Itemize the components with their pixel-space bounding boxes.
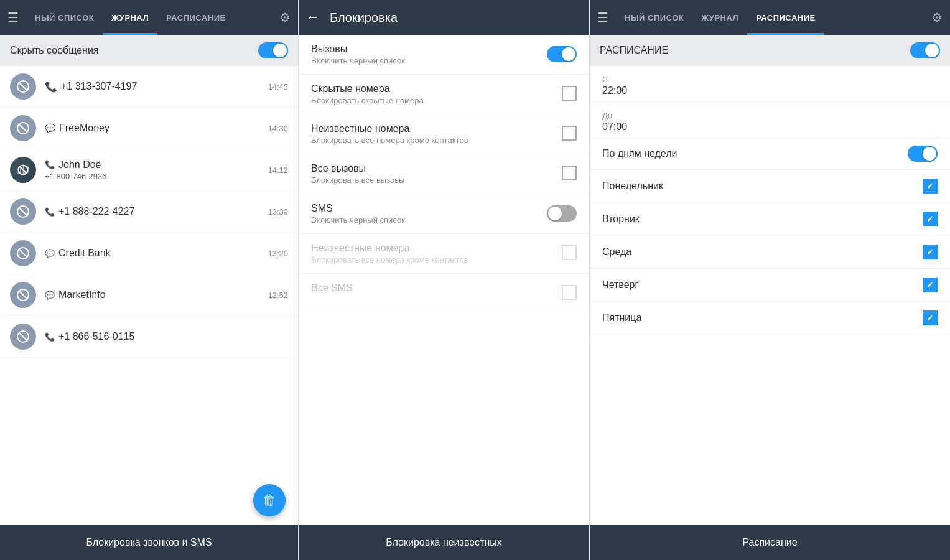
item-sub: +1 800-746-2936 (45, 172, 268, 181)
phone-icon: 📞 (45, 160, 55, 169)
menu-icon-right[interactable]: ☰ (597, 10, 608, 25)
blocked-list: 📞 +1 313-307-4197 14:45 💬 FreeMoney 14:3… (0, 66, 298, 525)
tuesday-checkbox[interactable]: ✓ (923, 212, 938, 226)
schedule-bar: РАСПИСАНИЕ (590, 35, 950, 66)
all-calls-row: Все вызовы Блокировать все вызовы (299, 154, 589, 194)
panel-right: ☰ НЫЙ СПИСОК ЖУРНАЛ РАСПИСАНИЕ ⚙ РАСПИСА… (590, 0, 950, 560)
bottom-bar-left: Блокировка звонков и SMS (0, 525, 298, 560)
bottom-label-right: Расписание (742, 537, 797, 548)
day-row-mon[interactable]: Понедельник ✓ (590, 170, 950, 203)
list-item[interactable]: JD 📞 John Doe +1 800-746-2936 14:12 (0, 149, 298, 191)
unknown-numbers-row: Неизвестные номера Блокировать все номер… (299, 114, 589, 154)
all-sms-checkbox (562, 285, 577, 300)
page-title-middle: Блокировка (330, 11, 398, 25)
blocking-settings: Вызовы Включить черный список Скрытые но… (299, 35, 589, 525)
list-item[interactable]: 💬 MarketInfo 12:52 (0, 274, 298, 316)
list-item[interactable]: 📞 +1 888-222-4227 13:39 (0, 191, 298, 233)
day-row-thu[interactable]: Четверг ✓ (590, 269, 950, 302)
item-content: 📞 +1 866-516-0115 (45, 331, 288, 342)
unknown-sms-sub: Блокировать все номера кроме контактов (311, 255, 554, 264)
item-time: 14:12 (268, 166, 288, 175)
tab-black-list[interactable]: НЫЙ СПИСОК (26, 0, 103, 35)
item-time: 13:39 (268, 207, 288, 217)
block-icon (10, 73, 36, 100)
to-section[interactable]: До 07:00 (590, 102, 950, 138)
item-content: 📞 John Doe +1 800-746-2936 (45, 159, 268, 181)
all-calls-checkbox[interactable] (562, 166, 577, 180)
tabs-right: НЫЙ СПИСОК ЖУРНАЛ РАСПИСАНИЕ (616, 0, 926, 35)
item-time: 12:52 (268, 291, 288, 300)
wednesday-checkbox[interactable]: ✓ (923, 245, 938, 259)
all-calls-sub: Блокировать все вызовы (311, 175, 554, 185)
svg-line-13 (19, 332, 27, 341)
by-days-toggle[interactable] (908, 146, 938, 162)
bottom-label-left: Блокировка звонков и SMS (86, 537, 212, 548)
day-tuesday: Вторник (602, 213, 640, 225)
sms-icon: 💬 (45, 123, 55, 133)
schedule-label: РАСПИСАНИЕ (600, 45, 668, 56)
topbar-middle: ← Блокировка (299, 0, 589, 35)
bottom-bar-middle: Блокировка неизвестных (299, 525, 589, 560)
phone-icon: 📞 (45, 81, 57, 93)
item-name: 📞 +1 313-307-4197 (45, 81, 268, 93)
hidden-numbers-checkbox[interactable] (562, 86, 577, 101)
calls-toggle[interactable] (547, 46, 577, 62)
calls-sub: Включить черный список (311, 56, 539, 65)
hide-messages-bar: Скрыть сообщения (0, 35, 298, 66)
day-wednesday: Среда (602, 246, 631, 258)
svg-line-1 (19, 82, 27, 91)
panel-left: ☰ НЫЙ СПИСОК ЖУРНАЛ РАСПИСАНИЕ ⚙ Скрыть … (0, 0, 299, 560)
list-item[interactable]: 💬 Credit Bank 13:20 (0, 233, 298, 274)
tab-journal[interactable]: ЖУРНАЛ (103, 0, 157, 35)
svg-line-5 (19, 166, 27, 174)
panel-middle: ← Блокировка Вызовы Включить черный спис… (299, 0, 590, 560)
hidden-numbers-header: Скрытые номера (311, 83, 554, 95)
list-item[interactable]: 📞 +1 866-516-0115 (0, 316, 298, 358)
by-days-row: По дням недели (590, 138, 950, 170)
item-name: 📞 +1 888-222-4227 (45, 206, 268, 217)
all-sms-row: Все SMS (299, 274, 589, 309)
tab-schedule-right[interactable]: РАСПИСАНИЕ (747, 0, 824, 35)
menu-icon-left[interactable]: ☰ (7, 10, 19, 25)
friday-checkbox[interactable]: ✓ (923, 310, 938, 325)
phone-icon: 📞 (45, 207, 55, 217)
gear-icon-left[interactable]: ⚙ (279, 10, 291, 25)
gear-icon-right[interactable]: ⚙ (931, 10, 943, 25)
thursday-checkbox[interactable]: ✓ (923, 278, 938, 292)
svg-line-9 (19, 249, 27, 258)
all-sms-header: Все SMS (311, 282, 554, 294)
sms-toggle[interactable] (547, 205, 577, 222)
hide-messages-toggle[interactable] (258, 42, 288, 58)
tab-journal-right[interactable]: ЖУРНАЛ (692, 0, 747, 35)
tabs-left: НЫЙ СПИСОК ЖУРНАЛ РАСПИСАНИЕ (26, 0, 274, 35)
all-calls-header: Все вызовы (311, 163, 554, 174)
to-label: До (602, 111, 938, 120)
item-name: 💬 Credit Bank (45, 248, 268, 259)
block-icon (10, 324, 36, 350)
hide-messages-label: Скрыть сообщения (10, 45, 99, 56)
item-content: 💬 Credit Bank (45, 248, 268, 259)
block-icon (10, 240, 36, 266)
day-row-fri[interactable]: Пятница ✓ (590, 302, 950, 335)
block-icon (10, 198, 36, 225)
tab-black-list-right[interactable]: НЫЙ СПИСОК (616, 0, 692, 35)
list-item[interactable]: 💬 FreeMoney 14:30 (0, 108, 298, 149)
fab-delete[interactable]: 🗑 (253, 484, 286, 516)
day-row-wed[interactable]: Среда ✓ (590, 236, 950, 269)
from-section[interactable]: С 22:00 (590, 66, 950, 102)
monday-checkbox[interactable]: ✓ (923, 179, 938, 194)
sms-icon: 💬 (45, 291, 55, 300)
unknown-numbers-checkbox[interactable] (562, 126, 577, 141)
list-item[interactable]: 📞 +1 313-307-4197 14:45 (0, 66, 298, 108)
back-button[interactable]: ← (306, 9, 320, 26)
topbar-right: ☰ НЫЙ СПИСОК ЖУРНАЛ РАСПИСАНИЕ ⚙ (590, 0, 950, 35)
day-thursday: Четверг (602, 279, 638, 291)
to-value: 07:00 (602, 121, 938, 133)
from-value: 22:00 (602, 85, 938, 96)
day-row-tue[interactable]: Вторник ✓ (590, 203, 950, 236)
schedule-toggle[interactable] (910, 42, 940, 58)
tab-schedule-left[interactable]: РАСПИСАНИЕ (157, 0, 235, 35)
item-time: 14:45 (268, 82, 288, 91)
bottom-label-middle: Блокировка неизвестных (386, 537, 502, 548)
block-icon (10, 115, 36, 141)
